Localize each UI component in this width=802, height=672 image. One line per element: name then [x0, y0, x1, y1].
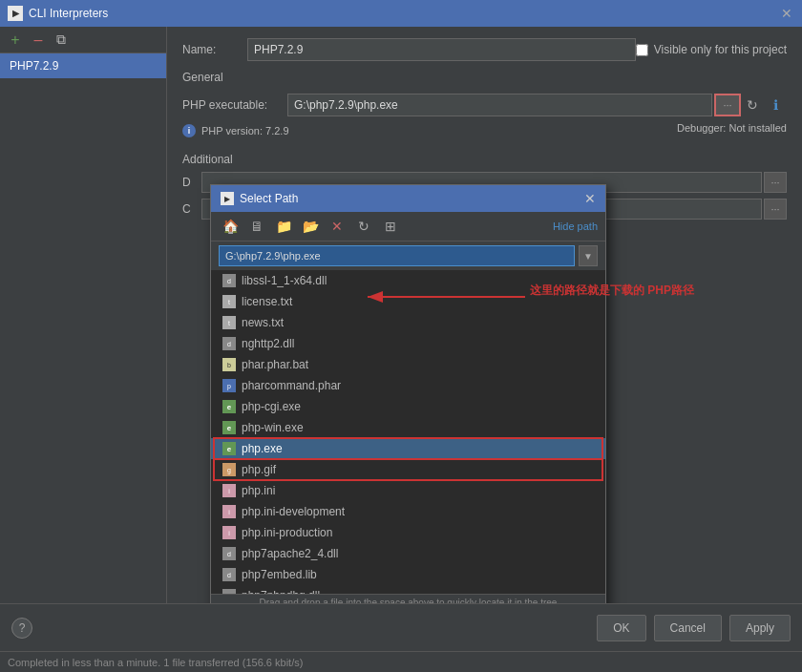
- main-help-button[interactable]: ?: [11, 618, 32, 639]
- general-section-title: General: [182, 71, 787, 84]
- delete-button[interactable]: ✕: [326, 216, 348, 237]
- file-icon-gif: g: [222, 463, 236, 476]
- path-expand-button[interactable]: ▼: [579, 245, 598, 266]
- php-version-row: i PHP version: 7.2.9: [182, 124, 289, 137]
- name-input[interactable]: [247, 38, 636, 61]
- file-icon-txt: t: [222, 295, 236, 308]
- file-item-php-ini[interactable]: i php.ini: [211, 480, 605, 501]
- dialog-hint: Drag and drop a file into the space abov…: [211, 595, 605, 603]
- file-name: php7embed.lib: [242, 568, 317, 581]
- file-name: php.gif: [242, 463, 276, 476]
- add-interpreter-button[interactable]: +: [6, 31, 25, 50]
- file-icon-dll: d: [222, 337, 236, 350]
- file-icon-dll: d: [222, 547, 236, 560]
- file-item-php-gif[interactable]: g php.gif: [211, 459, 605, 480]
- file-item-php-ini-dev[interactable]: i php.ini-development: [211, 501, 605, 522]
- file-name: news.txt: [242, 316, 284, 329]
- file-icon-exe: e: [222, 400, 236, 413]
- dialog-path-bar: ▼: [211, 242, 605, 270]
- sidebar-toolbar: + – ⧉: [0, 27, 166, 53]
- php-exec-row: PHP executable: ··· ↻ ℹ: [182, 94, 787, 116]
- main-content: + – ⧉ PHP7.2.9 Name: Visible only for th…: [0, 27, 802, 603]
- file-icon-doc: p: [222, 379, 236, 392]
- php-exec-refresh-button[interactable]: ↻: [741, 94, 764, 116]
- php-exec-browse-button[interactable]: ···: [714, 94, 741, 116]
- file-item-php-ini-prod[interactable]: i php.ini-production: [211, 522, 605, 543]
- file-item-phar-bat[interactable]: b phar.phar.bat: [211, 354, 605, 375]
- file-name: php.ini: [242, 484, 275, 497]
- additional-d-label: D: [182, 176, 201, 189]
- debugger-status: Debugger: Not installed: [677, 122, 787, 134]
- path-input[interactable]: [219, 245, 575, 266]
- dialog-title: Select Path: [240, 192, 584, 205]
- file-item-php7apache[interactable]: d php7apache2_4.dll: [211, 543, 605, 564]
- window-icon: ▶: [8, 6, 23, 21]
- file-name: php-win.exe: [242, 421, 304, 434]
- file-name: php.ini-development: [242, 505, 345, 518]
- dialog-file-list[interactable]: d libssl-1_1-x64.dll t license.txt t new…: [211, 270, 605, 595]
- file-icon-bat: b: [222, 358, 236, 371]
- file-name: php-cgi.exe: [242, 400, 301, 413]
- php-exec-label: PHP executable:: [182, 98, 287, 112]
- select-path-dialog: ▶ Select Path ✕ 🏠 🖥 📁 📂 ✕ ↻ ⊞ Hide path …: [210, 184, 606, 603]
- additional-label: Additional: [182, 153, 787, 166]
- additional-d-button[interactable]: ···: [764, 172, 787, 193]
- file-name: phar.phar.bat: [242, 358, 308, 371]
- new-folder-button[interactable]: 📂: [299, 216, 322, 237]
- window-title: CLI Interpreters: [29, 7, 779, 20]
- status-bar: Completed in less than a minute. 1 file …: [0, 651, 802, 672]
- additional-c-button[interactable]: ···: [764, 199, 787, 220]
- main-title-bar: ▶ CLI Interpreters ✕: [0, 0, 802, 27]
- file-item-php7phpdbg[interactable]: d php7phpdbg.dll: [211, 585, 605, 595]
- window-close-button[interactable]: ✕: [779, 6, 794, 21]
- php-exec-info-button[interactable]: ℹ: [764, 94, 787, 116]
- file-icon-exe: e: [222, 421, 236, 434]
- dialog-icon: ▶: [221, 192, 234, 205]
- file-icon-ini: i: [222, 505, 236, 518]
- refresh-button[interactable]: ↻: [352, 216, 375, 237]
- file-item-nghttp2[interactable]: d nghttp2.dll: [211, 333, 605, 354]
- file-item-php-cgi[interactable]: e php-cgi.exe: [211, 396, 605, 417]
- dialog-toolbar: 🏠 🖥 📁 📂 ✕ ↻ ⊞ Hide path: [211, 212, 605, 242]
- file-icon-dll: d: [222, 568, 236, 581]
- home-button[interactable]: 🏠: [219, 216, 242, 237]
- dialog-title-bar: ▶ Select Path ✕: [211, 185, 605, 212]
- file-name: license.txt: [242, 295, 292, 308]
- bottom-bar: ? OK Cancel Apply: [0, 603, 802, 651]
- hide-path-button[interactable]: Hide path: [553, 220, 598, 232]
- main-window: ▶ CLI Interpreters ✕ + – ⧉ PHP7.2.9 Name…: [0, 0, 802, 672]
- file-item-php-win[interactable]: e php-win.exe: [211, 417, 605, 438]
- cancel-button[interactable]: Cancel: [654, 615, 722, 641]
- php-version-text: PHP version: 7.2.9: [201, 125, 289, 136]
- info-icon: i: [182, 124, 196, 137]
- file-item-php-exe[interactable]: e php.exe: [211, 438, 605, 459]
- file-name: nghttp2.dll: [242, 337, 294, 350]
- visible-only-label: Visible only for this project: [654, 43, 787, 56]
- file-item-pharcommand[interactable]: p pharcommand.phar: [211, 375, 605, 396]
- remove-interpreter-button[interactable]: –: [29, 31, 48, 50]
- file-item-libssl[interactable]: d libssl-1_1-x64.dll: [211, 270, 605, 291]
- apply-button[interactable]: Apply: [729, 615, 791, 641]
- file-name: libssl-1_1-x64.dll: [242, 274, 327, 287]
- ok-button[interactable]: OK: [597, 615, 645, 641]
- php-exec-input[interactable]: [287, 94, 712, 116]
- sidebar-item-php729[interactable]: PHP7.2.9: [0, 53, 166, 78]
- file-icon-ini: i: [222, 526, 236, 539]
- visible-only-checkbox[interactable]: [636, 44, 648, 56]
- dialog-close-button[interactable]: ✕: [584, 191, 596, 206]
- folder-button[interactable]: 📁: [272, 216, 295, 237]
- file-name: php.ini-production: [242, 526, 332, 539]
- file-icon-dll: d: [222, 274, 236, 287]
- file-item-license[interactable]: t license.txt: [211, 291, 605, 312]
- file-icon-txt: t: [222, 316, 236, 329]
- file-name: pharcommand.phar: [242, 379, 341, 392]
- copy-interpreter-button[interactable]: ⧉: [52, 31, 71, 50]
- sidebar: + – ⧉ PHP7.2.9: [0, 27, 167, 603]
- name-row: Name: Visible only for this project: [182, 38, 787, 61]
- status-text: Completed in less than a minute. 1 file …: [8, 657, 303, 668]
- file-item-php7embed[interactable]: d php7embed.lib: [211, 564, 605, 585]
- computer-button[interactable]: 🖥: [245, 216, 268, 237]
- file-item-news[interactable]: t news.txt: [211, 312, 605, 333]
- interpreter-list: PHP7.2.9: [0, 53, 166, 603]
- grid-button[interactable]: ⊞: [379, 216, 402, 237]
